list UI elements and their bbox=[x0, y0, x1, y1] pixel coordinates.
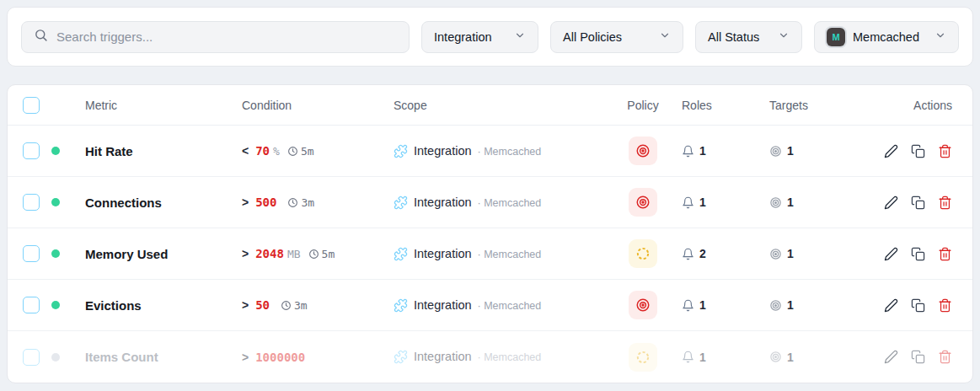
duplicate-button[interactable] bbox=[911, 298, 925, 313]
duplicate-button[interactable] bbox=[911, 144, 925, 158]
condition: > 1000000 bbox=[242, 351, 394, 364]
policy-badge[interactable] bbox=[629, 239, 657, 268]
targets-count: 1 bbox=[787, 144, 794, 158]
target-disc-icon bbox=[635, 297, 651, 313]
trash-icon bbox=[938, 251, 952, 264]
targets-count: 1 bbox=[787, 351, 794, 364]
column-header-roles: Roles bbox=[678, 99, 747, 112]
scope-sub: · Memcached bbox=[478, 300, 542, 312]
condition-window: 3m bbox=[281, 299, 308, 312]
roles-count: 2 bbox=[699, 247, 706, 260]
delete-button[interactable] bbox=[938, 298, 952, 313]
condition-operator: > bbox=[242, 351, 249, 364]
copy-icon bbox=[911, 200, 925, 212]
pencil-icon bbox=[884, 251, 898, 264]
status-dot bbox=[51, 301, 60, 309]
metric-name: Memory Used bbox=[85, 247, 242, 261]
scope: Integration · Memcached bbox=[394, 298, 608, 313]
status-dot bbox=[51, 147, 60, 155]
delete-button[interactable] bbox=[938, 144, 952, 158]
targets: 1 bbox=[747, 351, 842, 364]
edit-button[interactable] bbox=[884, 298, 898, 313]
condition: > 500 3m bbox=[242, 196, 394, 209]
row-checkbox[interactable] bbox=[23, 349, 40, 366]
row-checkbox[interactable] bbox=[23, 297, 40, 313]
scope-sub: · Memcached bbox=[478, 351, 542, 363]
policy-badge[interactable] bbox=[629, 137, 657, 165]
chevron-down-icon bbox=[659, 29, 671, 44]
targets-count: 1 bbox=[787, 247, 794, 260]
roles-count: 1 bbox=[699, 298, 706, 312]
condition-window: 3m bbox=[287, 196, 314, 209]
roles-count: 1 bbox=[699, 196, 706, 209]
condition-operator: > bbox=[242, 298, 249, 312]
dropdown-all-policies[interactable]: All Policies bbox=[550, 21, 683, 53]
dashed-circle-icon bbox=[635, 350, 651, 365]
integration-icon bbox=[394, 144, 408, 158]
row-checkbox[interactable] bbox=[23, 245, 40, 262]
integration-icon bbox=[394, 196, 408, 210]
select-all-checkbox[interactable] bbox=[23, 97, 40, 114]
edit-button[interactable] bbox=[884, 196, 898, 210]
delete-button[interactable] bbox=[938, 247, 952, 261]
duplicate-button[interactable] bbox=[911, 350, 925, 364]
targets: 1 bbox=[747, 196, 842, 209]
bullseye-icon bbox=[769, 351, 782, 363]
table-row: Hit Rate < 70 % 5m Integration · Memcach… bbox=[8, 126, 972, 177]
policy-badge[interactable] bbox=[629, 343, 657, 372]
condition-operator: > bbox=[242, 196, 249, 209]
condition-operator: < bbox=[242, 144, 249, 158]
bell-icon bbox=[682, 196, 694, 209]
condition-value: 1000000 bbox=[255, 351, 305, 364]
dropdown-memcached[interactable]: M Memcached bbox=[814, 21, 959, 53]
dashed-circle-icon bbox=[635, 246, 651, 261]
condition-value: 70 bbox=[255, 144, 270, 158]
edit-button[interactable] bbox=[884, 144, 898, 158]
duplicate-button[interactable] bbox=[911, 196, 925, 210]
scope: Integration · Memcached bbox=[394, 350, 608, 364]
targets: 1 bbox=[747, 144, 842, 158]
pencil-icon bbox=[884, 354, 898, 367]
edit-button[interactable] bbox=[884, 350, 898, 364]
integration-icon bbox=[394, 298, 408, 313]
copy-icon bbox=[911, 354, 925, 367]
dropdown-integration[interactable]: Integration bbox=[421, 21, 538, 53]
targets-count: 1 bbox=[787, 196, 794, 209]
search-input[interactable] bbox=[56, 29, 397, 44]
copy-icon bbox=[911, 303, 925, 315]
duplicate-button[interactable] bbox=[911, 247, 925, 261]
policy-badge[interactable] bbox=[629, 291, 657, 319]
scope-sub: · Memcached bbox=[478, 249, 542, 260]
dropdown-all-status-label: All Status bbox=[708, 30, 759, 44]
condition-value: 50 bbox=[255, 298, 270, 312]
filter-bar: Integration All Policies All Status M Me… bbox=[7, 7, 973, 67]
delete-button[interactable] bbox=[938, 196, 952, 210]
condition: < 70 % 5m bbox=[242, 144, 394, 158]
metric-name: Hit Rate bbox=[85, 144, 242, 158]
status-dot bbox=[51, 353, 60, 362]
clock-icon bbox=[287, 197, 298, 208]
edit-button[interactable] bbox=[884, 247, 898, 261]
table-row: Memory Used > 2048 MB 5m Integration · M… bbox=[8, 228, 972, 280]
roles: 1 bbox=[678, 144, 747, 158]
trash-icon bbox=[938, 148, 952, 161]
policy-badge[interactable] bbox=[629, 188, 657, 217]
row-checkbox[interactable] bbox=[23, 194, 40, 211]
metric-name: Connections bbox=[85, 196, 242, 210]
row-checkbox[interactable] bbox=[23, 142, 40, 159]
roles-count: 1 bbox=[699, 351, 706, 364]
chevron-down-icon bbox=[778, 29, 790, 44]
clock-icon bbox=[287, 146, 298, 157]
delete-button[interactable] bbox=[938, 350, 952, 364]
dropdown-all-status[interactable]: All Status bbox=[695, 21, 802, 53]
targets: 1 bbox=[747, 298, 842, 312]
targets: 1 bbox=[747, 247, 842, 260]
target-disc-icon bbox=[635, 143, 651, 158]
scope-type: Integration bbox=[414, 298, 472, 312]
search-icon bbox=[34, 28, 48, 46]
search-box[interactable] bbox=[21, 21, 410, 53]
condition-operator: > bbox=[242, 247, 249, 260]
table-header: Metric Condition Scope Policy Roles Targ… bbox=[8, 85, 972, 126]
scope: Integration · Memcached bbox=[394, 196, 608, 210]
integration-icon bbox=[394, 350, 408, 364]
